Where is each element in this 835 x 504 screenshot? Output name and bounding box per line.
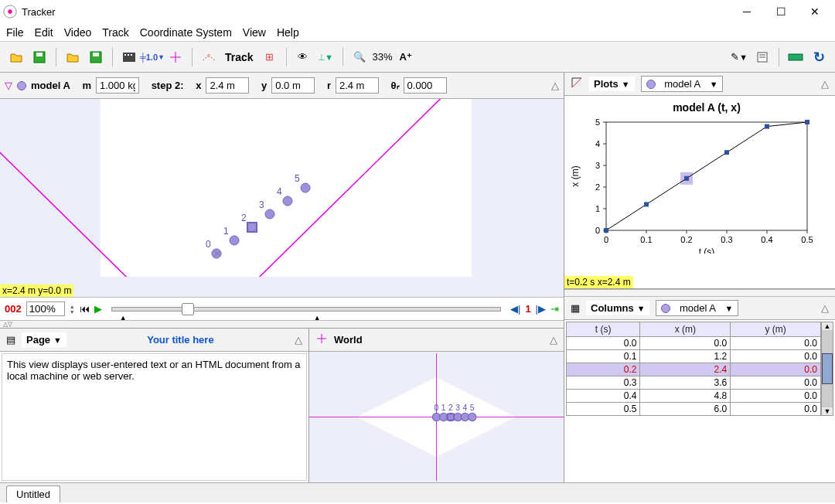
svg-rect-7: [124, 54, 126, 56]
svg-point-24: [247, 223, 257, 232]
svg-text:0.2: 0.2: [680, 235, 692, 244]
tape-icon[interactable]: .·°·.: [199, 47, 219, 67]
ruler-icon[interactable]: ⟂▼: [316, 47, 336, 67]
menu-coordinate-system[interactable]: Coordinate System: [140, 26, 232, 39]
r-input[interactable]: [336, 77, 379, 94]
open-icon[interactable]: [6, 47, 26, 67]
document-tab[interactable]: Untitled: [6, 485, 60, 502]
svg-text:4: 4: [595, 139, 600, 148]
svg-text:4: 4: [277, 186, 282, 197]
svg-point-30: [301, 183, 310, 192]
page-title[interactable]: Your title here: [147, 334, 213, 346]
svg-rect-82: [644, 202, 649, 206]
memory-icon[interactable]: [786, 47, 806, 67]
play-zoom[interactable]: [26, 301, 65, 316]
svg-point-44: [469, 413, 476, 421]
close-button[interactable]: ✕: [798, 1, 832, 22]
track-name: model A: [31, 80, 70, 91]
eye-icon[interactable]: 👁: [293, 47, 313, 67]
rewind-icon[interactable]: ⏮: [80, 303, 90, 315]
world-view[interactable]: 0 1 2 3 4 5: [309, 352, 564, 482]
step-label: step 2:: [152, 80, 184, 91]
save-tab-icon[interactable]: [86, 47, 106, 67]
menu-help[interactable]: Help: [277, 26, 299, 39]
svg-text:model A (t, x): model A (t, x): [673, 101, 741, 114]
column-track-select[interactable]: model A ▼: [656, 300, 738, 316]
stepper-icon[interactable]: ▲▼: [70, 304, 75, 315]
data-table[interactable]: t (s)x (m)y (m)0.00.00.00.11.20.00.22.40…: [566, 322, 821, 416]
step-fwd-icon[interactable]: |▶: [536, 303, 546, 315]
svg-text:4: 4: [462, 404, 467, 412]
window-title: Tracker: [22, 6, 56, 18]
theta-input[interactable]: [404, 77, 447, 94]
scroll-up-icon[interactable]: ▲: [824, 322, 831, 330]
clip-icon[interactable]: [119, 47, 139, 67]
svg-text:1: 1: [595, 204, 600, 213]
page-body[interactable]: This view displays user-entered text or …: [2, 353, 307, 481]
r-label: r: [327, 80, 331, 91]
world-collapse-icon[interactable]: △: [550, 334, 557, 346]
svg-rect-83: [684, 176, 689, 181]
track-button[interactable]: Track: [222, 51, 257, 63]
svg-text:3: 3: [455, 404, 460, 412]
y-label: y: [261, 80, 267, 91]
save-icon[interactable]: [29, 47, 49, 67]
y-input[interactable]: [271, 77, 315, 94]
mass-label: m: [82, 80, 91, 91]
axes-icon[interactable]: [165, 47, 186, 67]
pencil-icon[interactable]: ✎ ▼: [729, 47, 749, 67]
svg-point-22: [230, 236, 239, 245]
scroll-down-icon[interactable]: ▼: [824, 407, 831, 415]
svg-text:2: 2: [595, 182, 600, 192]
frame-number: 002: [5, 303, 22, 315]
menu-track[interactable]: Track: [102, 26, 128, 39]
world-label: World: [334, 334, 363, 346]
track-color-icon: [17, 81, 26, 90]
menu-view[interactable]: View: [243, 26, 266, 39]
page-menu[interactable]: Page ▼: [22, 332, 66, 347]
expand-icon[interactable]: △: [551, 80, 559, 91]
app-icon: [3, 5, 17, 19]
plot-area[interactable]: model A (t, x)00.10.20.30.40.5012345t (s…: [564, 96, 835, 276]
step-back-icon[interactable]: ◀|: [510, 303, 520, 315]
menu-video[interactable]: Video: [64, 26, 92, 39]
loop-icon[interactable]: ⇥: [550, 303, 559, 315]
font-icon[interactable]: A⁺: [396, 47, 416, 67]
x-input[interactable]: [206, 77, 249, 94]
svg-rect-84: [724, 150, 729, 155]
maximize-button[interactable]: ☐: [764, 1, 798, 22]
svg-text:3: 3: [259, 199, 264, 210]
notes-icon[interactable]: [752, 47, 772, 67]
refresh-icon[interactable]: ↻: [809, 47, 829, 67]
svg-text:x (m): x (m): [570, 165, 581, 186]
plot-track-select[interactable]: model A ▼: [641, 76, 724, 92]
track-menu-icon[interactable]: ▽: [5, 80, 12, 91]
menu-edit[interactable]: Edit: [35, 26, 53, 39]
mass-input[interactable]: [96, 77, 139, 94]
svg-rect-85: [765, 124, 769, 129]
columns-menu[interactable]: Columns ▼: [586, 301, 649, 315]
svg-rect-5: [93, 53, 99, 56]
page-collapse-icon[interactable]: △: [295, 334, 302, 346]
plots-menu[interactable]: Plots ▼: [589, 77, 635, 91]
video-panel[interactable]: 012345✕ x=2.4 m y=0.0 m: [0, 99, 564, 297]
plot-collapse-icon[interactable]: △: [821, 78, 829, 90]
video-coord-status: x=2.4 m y=0.0 m: [0, 284, 73, 297]
svg-point-1: [8, 9, 12, 13]
svg-text:5: 5: [595, 117, 600, 127]
minimize-button[interactable]: ─: [730, 1, 764, 22]
open-video-icon[interactable]: [63, 47, 83, 67]
zoom-value[interactable]: 33%: [373, 51, 393, 63]
svg-text:✕: ✕: [213, 247, 222, 260]
table-collapse-icon[interactable]: △: [821, 302, 829, 314]
magnify-icon[interactable]: 🔍: [349, 47, 370, 67]
svg-rect-6: [123, 53, 135, 62]
track-tool-icon[interactable]: ⊞: [260, 47, 280, 67]
panel-collapse-icon[interactable]: △▽: [3, 321, 12, 328]
menu-file[interactable]: File: [6, 26, 24, 39]
svg-text:t (s): t (s): [699, 247, 715, 254]
calibrate-icon[interactable]: ╪1.0 ▼: [142, 47, 162, 67]
page-doc-icon: ▤: [6, 334, 15, 346]
scrub-slider[interactable]: ▲ ▲: [111, 307, 501, 312]
play-icon[interactable]: ▶: [94, 303, 102, 315]
